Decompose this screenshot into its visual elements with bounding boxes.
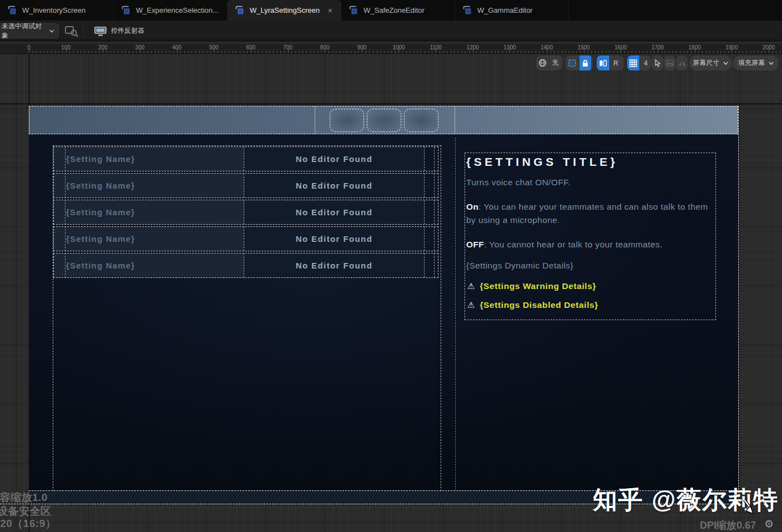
header-tab-button-1[interactable] [330, 109, 364, 132]
localization-none-label: 无 [552, 58, 559, 68]
ruler-tick-label: 1700 [652, 44, 664, 50]
chevron-down-icon [769, 62, 774, 65]
lock-icon [582, 59, 589, 67]
columns-divider-outline [455, 138, 456, 490]
grid-snap-button[interactable] [627, 55, 639, 70]
dpi-scale-overlay: DPI缩放0.67 [700, 519, 756, 532]
lock-button[interactable] [579, 55, 591, 70]
globe-icon [538, 59, 547, 67]
setting-editor-label: No Editor Found [296, 154, 372, 164]
on-text: : You can hear your teammates and can al… [466, 202, 708, 225]
ruler-tick-label: 1400 [541, 44, 553, 50]
row-tail-cell [434, 200, 438, 224]
tab-safezone-editor[interactable]: W_SafeZoneEditor [341, 0, 455, 21]
tab-close-icon[interactable]: × [328, 7, 332, 14]
ruler-tick-label: 500 [209, 44, 219, 50]
off-text: : You cannot hear or talk to your teamma… [484, 240, 663, 249]
setting-name-cell: {Setting Name} [54, 147, 244, 171]
widget-blueprint-icon [8, 6, 17, 15]
localization-none-button[interactable]: 无 [549, 55, 561, 70]
ruler-tick-label: 700 [283, 44, 292, 50]
settings-off-description: OFF: You cannot hear or talk to your tea… [466, 238, 712, 251]
ruler-tick-label: 200 [98, 44, 108, 50]
localization-globe-button[interactable] [536, 55, 549, 70]
ruler-tick-label: 400 [172, 44, 181, 50]
dashed-selection-button[interactable] [566, 55, 579, 70]
widget-right-edge-outline [738, 106, 739, 504]
screen-fill-dropdown-label: 填充屏幕 [738, 58, 765, 68]
setting-row[interactable]: {Setting Name} No Editor Found [53, 226, 438, 251]
tab-label: W_ExperienceSelection... [136, 6, 219, 14]
settings-details-panel[interactable]: {SETTINGS TITLE} Turns voice chat ON/OFF… [465, 153, 716, 320]
cursor-tool-button[interactable] [652, 55, 663, 70]
dashed-outline-icon [568, 59, 577, 68]
setting-row[interactable]: {Setting Name} No Editor Found [53, 200, 438, 225]
widget-blueprint-icon [235, 6, 245, 15]
row-tail-cell [424, 147, 434, 171]
screen-fill-dropdown[interactable]: 填充屏幕 [733, 55, 779, 70]
tab-bar: W_InventoryScreen W_ExperienceSelection.… [0, 0, 782, 21]
ruler-tick-label: 1200 [467, 44, 479, 50]
setting-editor-cell: No Editor Found [244, 147, 424, 171]
tab-experience-selection[interactable]: W_ExperienceSelection... [114, 0, 228, 21]
screen-size-dropdown[interactable]: 屏幕尺寸 [689, 55, 731, 70]
row-tail-cell [434, 147, 438, 171]
flip-preview-button[interactable] [676, 55, 688, 70]
settings-warning-row: ⚠ {Settings Warning Details} [467, 281, 596, 291]
widget-blueprint-icon [122, 6, 131, 15]
tab-inventory-screen[interactable]: W_InventoryScreen [0, 0, 114, 21]
setting-editor-label: No Editor Found [296, 234, 372, 244]
setting-row[interactable]: {Setting Name} No Editor Found [53, 146, 438, 171]
ruler-tick-label: 100 [61, 44, 70, 50]
widget-blueprint-icon [463, 6, 472, 15]
header-tab-button-2[interactable] [367, 109, 401, 132]
widget-header-bar[interactable] [29, 106, 738, 134]
setting-row[interactable]: {Setting Name} No Editor Found [53, 173, 438, 198]
chevron-down-icon [723, 62, 728, 65]
dpi-settings-gear-icon[interactable]: ⚙ [764, 518, 774, 530]
row-tail-cell [424, 174, 434, 197]
row-tail-cell [434, 254, 438, 277]
ruler-tick-label: 1000 [392, 44, 405, 50]
tab-label: W_InventoryScreen [22, 6, 85, 14]
respect-locks-label: R [613, 59, 618, 67]
preview-background-button[interactable] [664, 55, 675, 70]
widget-outlines-button[interactable] [597, 55, 609, 70]
off-label: OFF [466, 240, 484, 249]
setting-editor-cell: No Editor Found [244, 254, 424, 277]
warning-icon: ⚠ [467, 300, 475, 310]
settings-description: Turns voice chat ON/OFF. [466, 176, 712, 189]
settings-disabled-details: {Settings Disabled Details} [480, 300, 598, 310]
canvas-origin-hline [0, 104, 782, 104]
setting-editor-label: No Editor Found [296, 261, 372, 270]
row-tail-cell [434, 174, 438, 197]
toolbar-separator [83, 24, 84, 38]
outlines-icon [599, 59, 607, 67]
setting-name-cell: {Setting Name} [54, 227, 244, 251]
tab-gamma-editor[interactable]: W_GammaEditor [455, 0, 569, 21]
tab-lyra-setting-screen[interactable]: W_LyraSettingScreen × [228, 0, 341, 21]
on-label: On [466, 202, 478, 211]
setting-name-cell: {Setting Name} [54, 254, 244, 277]
ruler-tick-label: 0 [27, 44, 31, 50]
widget-reflector-button[interactable]: 控件反射器 [89, 23, 150, 38]
header-tab-button-3[interactable] [404, 109, 438, 132]
setting-name-label: {Setting Name} [66, 181, 135, 190]
debug-object-dropdown-label: 未选中调试对象 [2, 22, 46, 40]
widget-reflector-icon [94, 26, 107, 36]
debug-object-dropdown[interactable]: 未选中调试对象 [0, 23, 59, 38]
setting-editor-label: No Editor Found [296, 181, 372, 190]
setting-name-label: {Setting Name} [66, 261, 135, 270]
grid-snap-size-value[interactable]: 4 [639, 55, 651, 70]
row-tail-cell [424, 200, 434, 224]
setting-name-label: {Setting Name} [66, 207, 135, 217]
respect-locks-button[interactable]: R [609, 55, 622, 70]
debug-toolbar: 未选中调试对象 控件反射器 [0, 21, 782, 42]
debug-widget-icon[interactable] [64, 24, 79, 38]
row-tail-cell [424, 227, 434, 251]
mirror-icon [678, 60, 686, 67]
grid-snap-group: 4 [627, 55, 651, 70]
widget-reflector-label: 控件反射器 [111, 26, 144, 36]
setting-row[interactable]: {Setting Name} No Editor Found [53, 253, 438, 278]
cursor-icon [654, 59, 661, 67]
